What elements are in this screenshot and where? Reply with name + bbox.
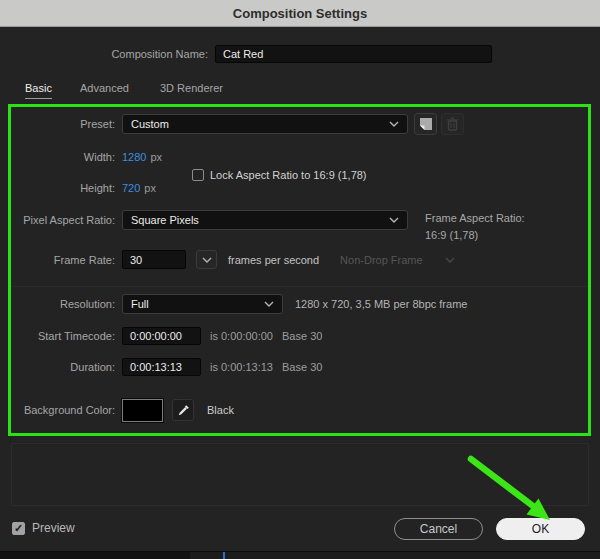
duration-input[interactable]: 0:00:13:13 bbox=[122, 358, 201, 376]
start-timecode-info: is 0:00:00:00 bbox=[210, 330, 273, 342]
composition-name-input[interactable]: Cat Red bbox=[215, 45, 492, 63]
duration-label: Duration: bbox=[0, 361, 115, 373]
background-color-row: Background Color: Black bbox=[0, 398, 234, 422]
dialog-titlebar: Composition Settings bbox=[0, 0, 600, 27]
preset-value: Custom bbox=[131, 118, 169, 130]
save-preset-icon bbox=[419, 117, 433, 131]
lock-aspect-checkbox[interactable] bbox=[192, 169, 204, 181]
dropframe-value: Non-Drop Frame bbox=[340, 254, 423, 266]
chevron-down-icon bbox=[264, 301, 274, 307]
composition-name-row: Composition Name: Cat Red bbox=[0, 45, 492, 63]
resolution-info: 1280 x 720, 3,5 MB per 8bpc frame bbox=[295, 298, 467, 310]
composition-name-label: Composition Name: bbox=[0, 48, 208, 60]
duration-info: is 0:00:13:13 bbox=[210, 361, 273, 373]
composition-settings-dialog: Composition Settings Composition Name: C… bbox=[0, 0, 600, 559]
resolution-row: Resolution: Full 1280 x 720, 3,5 MB per … bbox=[0, 294, 467, 314]
eyedropper-button[interactable] bbox=[172, 399, 194, 421]
chevron-down-icon bbox=[445, 257, 455, 263]
app-background-strip bbox=[0, 552, 600, 559]
chevron-down-icon bbox=[389, 121, 399, 127]
pixel-aspect-dropdown[interactable]: Square Pixels bbox=[122, 210, 408, 230]
duration-value: 0:00:13:13 bbox=[130, 361, 182, 373]
pixel-aspect-value: Square Pixels bbox=[131, 214, 199, 226]
height-row: Height: 720 px bbox=[0, 181, 156, 195]
resolution-label: Resolution: bbox=[0, 298, 115, 310]
tab-advanced[interactable]: Advanced bbox=[80, 82, 129, 94]
start-timecode-label: Start Timecode: bbox=[0, 330, 115, 342]
width-unit: px bbox=[150, 151, 162, 163]
lock-aspect-row: Lock Aspect Ratio to 16:9 (1,78) bbox=[192, 168, 367, 182]
tab-basic[interactable]: Basic bbox=[25, 82, 52, 99]
frame-aspect-value: 16:9 (1,78) bbox=[425, 229, 478, 241]
start-timecode-base: Base 30 bbox=[282, 330, 322, 342]
height-unit: px bbox=[144, 182, 156, 194]
frame-rate-input[interactable]: 30 bbox=[122, 250, 186, 269]
frame-rate-label: Frame Rate: bbox=[0, 254, 115, 266]
section-divider bbox=[12, 286, 588, 287]
chevron-down-icon bbox=[202, 257, 212, 263]
width-label: Width: bbox=[0, 151, 115, 163]
cancel-button[interactable]: Cancel bbox=[394, 518, 483, 540]
frame-rate-suffix: frames per second bbox=[228, 254, 319, 266]
app-strip-dark-segment bbox=[0, 552, 190, 559]
duration-base: Base 30 bbox=[282, 361, 322, 373]
frame-aspect-label: Frame Aspect Ratio: bbox=[425, 212, 525, 224]
frame-rate-row: Frame Rate: 30 frames per second Non-Dro… bbox=[0, 250, 455, 269]
pixel-aspect-row: Pixel Aspect Ratio: Square Pixels bbox=[0, 210, 408, 230]
resolution-dropdown[interactable]: Full bbox=[122, 294, 283, 314]
delete-preset-button[interactable] bbox=[441, 113, 464, 135]
background-swatch[interactable] bbox=[122, 399, 163, 422]
frame-rate-value: 30 bbox=[130, 254, 142, 266]
preview-row: Preview bbox=[12, 521, 75, 535]
dialog-title: Composition Settings bbox=[233, 6, 367, 21]
resolution-value: Full bbox=[131, 298, 149, 310]
start-timecode-value: 0:00:00:00 bbox=[130, 330, 182, 342]
eyedropper-icon bbox=[177, 404, 190, 417]
dropframe-dropdown: Non-Drop Frame bbox=[331, 250, 443, 270]
preset-row: Preset: Custom bbox=[0, 113, 464, 135]
pixel-aspect-label: Pixel Aspect Ratio: bbox=[0, 214, 115, 226]
duration-row: Duration: 0:00:13:13 is 0:00:13:13 Base … bbox=[0, 358, 322, 376]
start-timecode-input[interactable]: 0:00:00:00 bbox=[122, 327, 201, 345]
playhead-tick bbox=[223, 552, 225, 559]
preset-dropdown[interactable]: Custom bbox=[122, 114, 408, 134]
preview-label: Preview bbox=[32, 521, 75, 535]
tab-3d-renderer[interactable]: 3D Renderer bbox=[160, 82, 223, 94]
frame-rate-preset-button[interactable] bbox=[196, 250, 217, 269]
start-timecode-row: Start Timecode: 0:00:00:00 is 0:00:00:00… bbox=[0, 327, 322, 345]
background-color-label: Background Color: bbox=[0, 404, 115, 416]
trash-icon bbox=[446, 117, 459, 131]
height-value[interactable]: 720 bbox=[122, 182, 140, 194]
width-value[interactable]: 1280 bbox=[122, 151, 146, 163]
background-color-name: Black bbox=[207, 404, 234, 416]
lock-aspect-label: Lock Aspect Ratio to 16:9 (1,78) bbox=[210, 169, 367, 181]
chevron-down-icon bbox=[389, 217, 399, 223]
height-label: Height: bbox=[0, 182, 115, 194]
save-preset-button[interactable] bbox=[414, 113, 437, 135]
ok-button[interactable]: OK bbox=[496, 518, 585, 540]
lower-panel bbox=[11, 443, 589, 506]
width-row: Width: 1280 px bbox=[0, 150, 162, 164]
composition-name-value: Cat Red bbox=[223, 48, 263, 60]
preset-label: Preset: bbox=[0, 118, 115, 130]
preview-checkbox[interactable] bbox=[12, 522, 25, 535]
